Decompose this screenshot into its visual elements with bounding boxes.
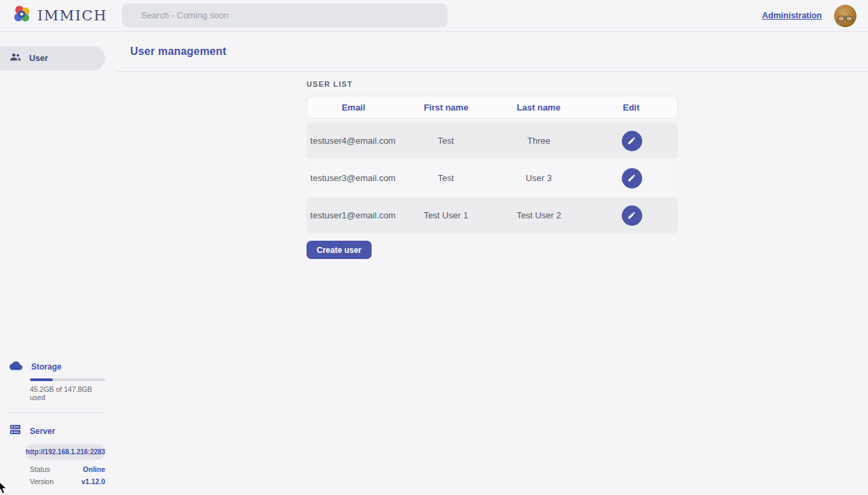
cell-first-name: Test: [399, 173, 492, 183]
server-title: Server: [30, 427, 55, 436]
server-version-row: Version v1.12.0: [30, 477, 105, 486]
users-icon: [9, 52, 21, 64]
server-status-value: Online: [83, 465, 105, 473]
sidebar-bottom: Storage 45.2GB of 147.8GB used: [0, 361, 116, 495]
user-table-header: Email First name Last name Edit: [307, 96, 678, 119]
administration-link[interactable]: Administration: [762, 11, 822, 20]
sidebar-divider: [9, 412, 105, 413]
table-row: testuser1@email.com Test User 1 Test Use…: [307, 197, 678, 233]
main-header: User management: [116, 32, 868, 72]
server-url-badge: http://192.168.1.216:2283: [27, 444, 104, 460]
user-table: Email First name Last name Edit testuser…: [307, 96, 678, 233]
storage-section-head: Storage: [9, 361, 105, 373]
main-area: User management USER LIST Email First na…: [116, 32, 868, 495]
cell-last-name: Test User 2: [492, 210, 585, 220]
avatar-photo-glasses: [837, 13, 853, 25]
page-title: User management: [130, 45, 226, 58]
storage-usage-text: 45.2GB of 147.8GB used: [30, 385, 105, 401]
server-section-head: Server: [9, 424, 105, 438]
pencil-icon: [627, 136, 636, 145]
create-user-button[interactable]: Create user: [307, 241, 372, 259]
server-status-row: Status Online: [30, 465, 105, 473]
cell-first-name: Test User 1: [399, 210, 492, 220]
edit-user-button[interactable]: [622, 131, 642, 151]
immich-logo-icon: [12, 4, 32, 27]
user-list-label: USER LIST: [307, 80, 868, 88]
search-input[interactable]: [122, 3, 448, 27]
sidebar-item-user[interactable]: User: [0, 46, 105, 71]
server-version-value: v1.12.0: [81, 477, 105, 486]
cell-first-name: Test: [399, 136, 492, 146]
table-row: testuser3@email.com Test User 3: [307, 160, 678, 196]
table-row: testuser4@email.com Test Three: [307, 123, 678, 159]
cell-email: testuser1@email.com: [307, 210, 399, 220]
sidebar: User Storage 45.2GB of 147.8GB used: [0, 32, 116, 495]
col-header-first-name: First name: [400, 102, 493, 113]
edit-user-button[interactable]: [622, 168, 642, 189]
pencil-icon: [627, 211, 636, 220]
sidebar-item-user-label: User: [29, 54, 48, 63]
storage-progress-track: [30, 378, 105, 381]
cell-last-name: User 3: [492, 173, 585, 183]
storage-progress-fill: [30, 378, 53, 381]
topbar-right: Administration: [762, 5, 868, 27]
cell-email: testuser3@email.com: [307, 173, 399, 183]
pencil-icon: [627, 174, 636, 182]
main-content: USER LIST Email First name Last name Edi…: [116, 72, 868, 259]
server-icon: [9, 424, 21, 438]
col-header-email: Email: [307, 102, 400, 113]
immich-app: IMMICH Administration: [0, 0, 868, 495]
server-status-label: Status: [30, 465, 50, 473]
brand: IMMICH: [0, 4, 111, 27]
cloud-icon: [9, 361, 22, 373]
col-header-last-name: Last name: [492, 102, 585, 113]
cell-email: testuser4@email.com: [307, 136, 399, 146]
col-header-edit: Edit: [585, 102, 678, 113]
server-version-label: Version: [30, 477, 54, 486]
user-table-body: testuser4@email.com Test Three testuser3…: [307, 123, 678, 233]
top-bar: IMMICH Administration: [0, 0, 868, 32]
edit-user-button[interactable]: [622, 205, 642, 226]
brand-name: IMMICH: [37, 7, 107, 24]
storage-title: Storage: [31, 362, 62, 372]
user-avatar[interactable]: [834, 5, 856, 27]
cell-last-name: Three: [492, 136, 585, 146]
